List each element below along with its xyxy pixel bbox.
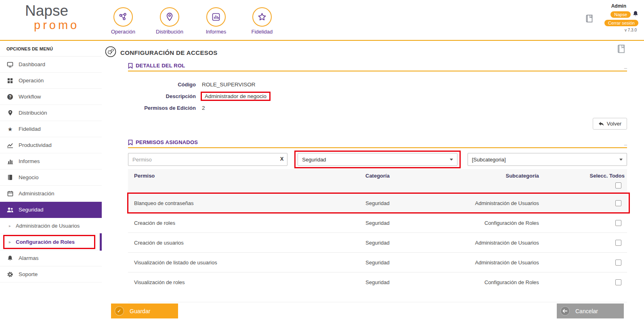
cell-categoria: Seguridad — [318, 220, 438, 226]
cancelar-button[interactable]: Cancelar — [557, 304, 624, 318]
gear-icon — [6, 271, 14, 278]
permiso-search-input[interactable] — [128, 153, 287, 166]
reports-barchart-icon — [206, 7, 226, 27]
chevron-down-icon — [450, 159, 453, 161]
sidebar-item-configuracion-de-roles[interactable]: ▸ Configuración de Roles — [0, 234, 102, 250]
row-checkbox[interactable] — [615, 279, 621, 285]
nav-fidelidad[interactable]: Fidelidad — [249, 7, 275, 35]
row-checkbox[interactable] — [615, 220, 621, 226]
bell-icon — [6, 255, 14, 261]
clear-filter-button[interactable]: X — [280, 156, 284, 161]
cell-categoria: Seguridad — [318, 279, 438, 285]
user-box: Admin Napse Cerrar sesión v 7.3.0 — [604, 3, 638, 32]
sidebar-item-distribucion[interactable]: Distribución — [0, 105, 102, 121]
categoria-select[interactable]: Seguridad — [298, 153, 457, 166]
svg-text:?: ? — [9, 94, 11, 99]
subcategoria-select[interactable]: [Subcategoria] — [468, 153, 627, 166]
back-circle-icon — [560, 306, 570, 316]
tenant-badge: Napse — [610, 11, 631, 18]
operation-network-icon — [113, 7, 133, 27]
sidebar-item-alarmas[interactable]: Alarmas — [0, 250, 102, 266]
row-checkbox[interactable] — [615, 200, 621, 206]
cell-permiso: Visualización de listado de usuarios — [128, 260, 318, 266]
subcategoria-filter: [Subcategoria] — [468, 153, 627, 166]
sidebar-item-workflow[interactable]: ? Workflow — [0, 89, 102, 105]
sidebar-item-productividad[interactable]: Productividad — [0, 137, 102, 153]
field-label: Permisos de Edición — [128, 105, 196, 111]
sidebar-item-soporte[interactable]: Soporte — [0, 266, 102, 283]
sidebar-item-seguridad[interactable]: Seguridad — [0, 202, 102, 218]
app-logo[interactable]: Napse promo — [25, 3, 79, 31]
row-checkbox[interactable] — [615, 240, 621, 246]
book-icon — [6, 174, 14, 180]
notifications-bell-icon[interactable] — [633, 10, 638, 18]
cell-permiso: Creación de roles — [128, 220, 318, 226]
top-nav: Operación Distribución Informes Fidelida… — [110, 7, 275, 35]
codigo-value: ROLE_SUPERVISOR — [202, 82, 256, 88]
role-detail-header: DETALLE DEL ROL _ — [128, 63, 627, 71]
table-row-creacion-de-roles[interactable]: Creación de roles Seguridad Configuració… — [128, 213, 627, 232]
documentation-book-icon[interactable] — [616, 43, 627, 56]
nav-label: Fidelidad — [252, 29, 273, 35]
chevron-right-icon: ▸ — [9, 240, 11, 244]
sidebar-menu: Dashboard Operación ? Workflow Distribuc… — [0, 57, 102, 283]
sidebar-item-administracion-de-usuarios[interactable]: ▸ Administración de Usuarios — [0, 218, 102, 234]
cell-permiso: Visualización de roles — [128, 279, 318, 285]
nav-label: Distribución — [156, 29, 183, 35]
table-row-creacion-de-usuarios[interactable]: Creación de usuarios Seguridad Administr… — [128, 232, 627, 252]
bookmark-icon — [128, 63, 133, 69]
user-name: Admin — [611, 3, 626, 9]
sidebar-item-operacion[interactable]: Operación — [0, 73, 102, 89]
sidebar: OPCIONES DE MENÚ Dashboard Operación ? W… — [0, 42, 102, 335]
volver-button[interactable]: Volver — [593, 118, 627, 130]
row-checkbox[interactable] — [615, 260, 621, 266]
nav-label: Informes — [206, 29, 227, 35]
col-permiso: Permiso — [128, 173, 318, 179]
nav-distribucion[interactable]: Distribución — [156, 7, 183, 35]
field-label: Código — [128, 82, 196, 88]
logo-promo-text: promo — [34, 19, 79, 31]
sidebar-item-administracion[interactable]: Administración — [0, 186, 102, 202]
documentation-book-icon[interactable] — [584, 13, 595, 25]
table-row-visualizacion-listado-usuarios[interactable]: Visualización de listado de usuarios Seg… — [128, 252, 627, 272]
cell-categoria: Seguridad — [318, 240, 438, 246]
sidebar-item-negocio[interactable]: Negocio — [0, 170, 102, 186]
app-version: v 7.3.0 — [625, 28, 637, 32]
permisos-edicion-value: 2 — [202, 105, 205, 111]
descripcion-value: Administrador de negocio — [201, 92, 271, 101]
cell-categoria: Seguridad — [318, 260, 438, 266]
cell-subcategoria: Administración de Usuarios — [437, 240, 542, 246]
table-row-blanqueo-de-contrasenas[interactable]: Blanqueo de contraseñas Seguridad Admini… — [128, 193, 627, 213]
question-circle-icon: ? — [6, 94, 14, 100]
categoria-filter: Seguridad — [298, 153, 457, 166]
role-fields: Código ROLE_SUPERVISOR Descripción Admin… — [128, 79, 627, 114]
logout-button[interactable]: Cerrar sesión — [604, 20, 638, 26]
guardar-button[interactable]: ✓ Guardar — [111, 304, 178, 318]
nav-operacion[interactable]: Operación — [110, 7, 136, 35]
page-header: CONFIGURACIÓN DE ACCESOS — [105, 46, 218, 59]
loyalty-star-icon — [252, 7, 272, 27]
col-subcategoria: Subcategoría — [437, 173, 542, 179]
users-icon — [6, 207, 14, 213]
field-label: Descripción — [128, 93, 196, 99]
cell-subcategoria: Administración de Usuarios — [437, 260, 542, 266]
sidebar-item-fidelidad[interactable]: ★ Fidelidad — [0, 121, 102, 137]
nav-informes[interactable]: Informes — [203, 7, 229, 35]
role-detail-card: DETALLE DEL ROL _ Código ROLE_SUPERVISOR… — [128, 63, 627, 130]
check-circle-icon: ✓ — [115, 306, 124, 316]
cell-permiso: Creación de usuarios — [128, 240, 318, 246]
sidebar-item-informes[interactable]: Informes — [0, 153, 102, 170]
collapse-button[interactable]: _ — [624, 63, 627, 69]
select-all-checkbox[interactable] — [615, 182, 621, 188]
cell-subcategoria: Configuración de Roles — [437, 220, 542, 226]
collapse-button[interactable]: _ — [624, 140, 627, 145]
cell-subcategoria: Administración de Usuarios — [437, 200, 542, 206]
permissions-table: Permiso Categoría Subcategoría Selecc. T… — [128, 169, 627, 302]
main-content: CONFIGURACIÓN DE ACCESOS DETALLE DEL ROL… — [102, 42, 644, 335]
table-row-visualizacion-de-roles[interactable]: Visualización de roles Seguridad Configu… — [128, 272, 627, 292]
grid-icon — [6, 78, 14, 84]
sidebar-item-dashboard[interactable]: Dashboard — [0, 57, 102, 73]
pin-icon — [6, 110, 14, 116]
top-header: Napse promo Operación Distribución Infor… — [0, 0, 644, 41]
access-config-gears-icon — [105, 46, 116, 59]
